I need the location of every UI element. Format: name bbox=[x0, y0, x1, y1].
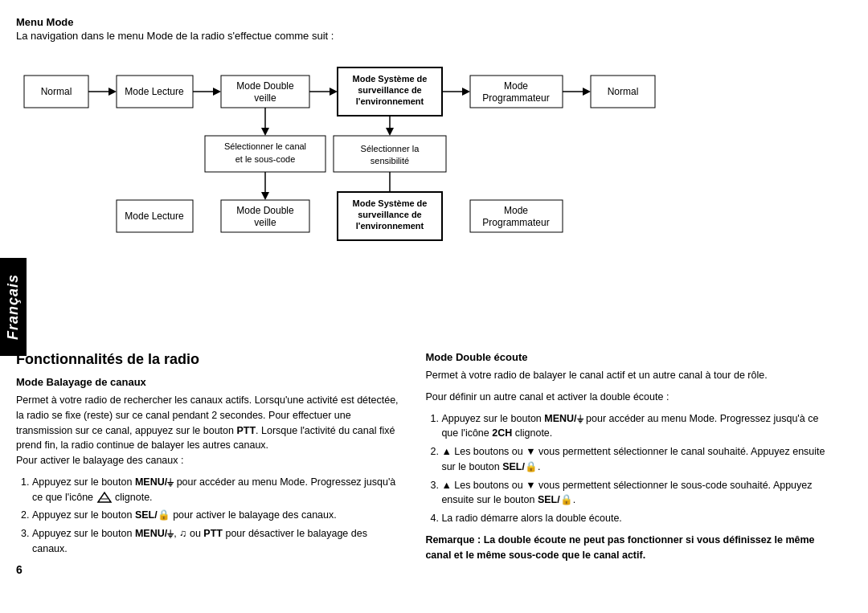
svg-marker-7 bbox=[213, 88, 221, 96]
main-title: Fonctionnalités de la radio bbox=[16, 351, 401, 368]
svg-text:Sélectionner la: Sélectionner la bbox=[361, 144, 420, 153]
mode-balayage-description: Permet à votre radio de rechercher les c… bbox=[16, 393, 401, 468]
flow-diagram: Normal Mode Lecture Mode Double veille M… bbox=[16, 59, 836, 319]
svg-text:Programmateur: Programmateur bbox=[482, 217, 549, 228]
svg-text:veille: veille bbox=[254, 92, 276, 104]
svg-marker-18 bbox=[462, 88, 470, 96]
svg-text:Mode: Mode bbox=[504, 205, 528, 216]
svg-text:Programmateur: Programmateur bbox=[482, 92, 549, 104]
mode-balayage-steps: Appuyez sur le bouton MENU/⏚ pour accéde… bbox=[16, 475, 401, 557]
svg-rect-35 bbox=[334, 136, 446, 172]
svg-text:l'environnement: l'environnement bbox=[356, 221, 424, 231]
step-3: Appuyez sur le bouton MENU/⏚, ♫ ou PTT p… bbox=[32, 526, 401, 557]
svg-text:Mode Lecture: Mode Lecture bbox=[125, 210, 184, 222]
svg-text:surveillance de: surveillance de bbox=[358, 210, 422, 219]
note-text: Remarque : La double écoute ne peut pas … bbox=[425, 533, 835, 563]
svg-text:surveillance de: surveillance de bbox=[358, 85, 422, 95]
mode-double-ecoute-title: Mode Double écoute bbox=[425, 351, 835, 363]
menu-mode-intro: La navigation dans le menu Mode de la ra… bbox=[16, 30, 836, 42]
double-step-4: La radio démarre alors la double écoute. bbox=[441, 511, 835, 526]
step-2: Appuyez sur le bouton SEL/🔒 pour activer… bbox=[32, 508, 401, 523]
right-column: Mode Double écoute Permet à votre radio … bbox=[425, 351, 835, 576]
page-number: 6 bbox=[16, 563, 23, 576]
svg-text:veille: veille bbox=[254, 217, 276, 228]
mode-double-ecoute-intro: Pour définir un autre canal et activer l… bbox=[425, 390, 835, 405]
svg-text:Mode Double: Mode Double bbox=[236, 205, 294, 216]
mode-balayage-title: Mode Balayage de canaux bbox=[16, 376, 401, 388]
menu-mode-section: Menu Mode La navigation dans le menu Mod… bbox=[16, 16, 836, 51]
svg-marker-32 bbox=[261, 192, 269, 200]
bottom-left: 6 bbox=[16, 563, 401, 576]
mode-double-ecoute-steps: Appuyez sur le bouton MENU/⏚ pour accéde… bbox=[425, 411, 835, 526]
bottom-content: Fonctionnalités de la radio Mode Balayag… bbox=[16, 351, 836, 576]
svg-marker-3 bbox=[108, 88, 117, 96]
svg-text:Mode Double: Mode Double bbox=[236, 80, 294, 92]
svg-marker-12 bbox=[330, 88, 338, 96]
menu-mode-title: Menu Mode bbox=[16, 16, 836, 28]
svg-marker-23 bbox=[583, 88, 591, 96]
mode-double-ecoute-description: Permet à votre radio de balayer le canal… bbox=[425, 368, 835, 383]
svg-text:Mode: Mode bbox=[504, 80, 528, 92]
svg-marker-52 bbox=[98, 492, 111, 502]
svg-text:Mode Système de: Mode Système de bbox=[353, 198, 428, 208]
svg-text:l'environnement: l'environnement bbox=[356, 96, 424, 106]
svg-text:Mode Système de: Mode Système de bbox=[353, 74, 428, 84]
svg-text:sensibilité: sensibilité bbox=[371, 156, 409, 166]
svg-text:Normal: Normal bbox=[41, 86, 72, 97]
svg-text:et le sous-code: et le sous-code bbox=[235, 154, 296, 164]
left-column: Fonctionnalités de la radio Mode Balayag… bbox=[16, 351, 401, 576]
svg-text:Normal: Normal bbox=[608, 86, 639, 97]
svg-text:Sélectionner le canal: Sélectionner le canal bbox=[224, 141, 306, 151]
svg-marker-34 bbox=[386, 128, 394, 136]
double-step-1: Appuyez sur le bouton MENU/⏚ pour accéde… bbox=[441, 411, 835, 442]
side-label: Français bbox=[0, 257, 27, 355]
svg-text:Mode Lecture: Mode Lecture bbox=[125, 86, 184, 97]
svg-marker-27 bbox=[261, 128, 269, 136]
double-step-2: ▲ Les boutons ou ▼ vous permettent sélec… bbox=[441, 444, 835, 475]
double-step-3: ▲ Les boutons ou ▼ vous permettent sélec… bbox=[441, 478, 835, 509]
step-1: Appuyez sur le bouton MENU/⏚ pour accéde… bbox=[32, 475, 401, 505]
